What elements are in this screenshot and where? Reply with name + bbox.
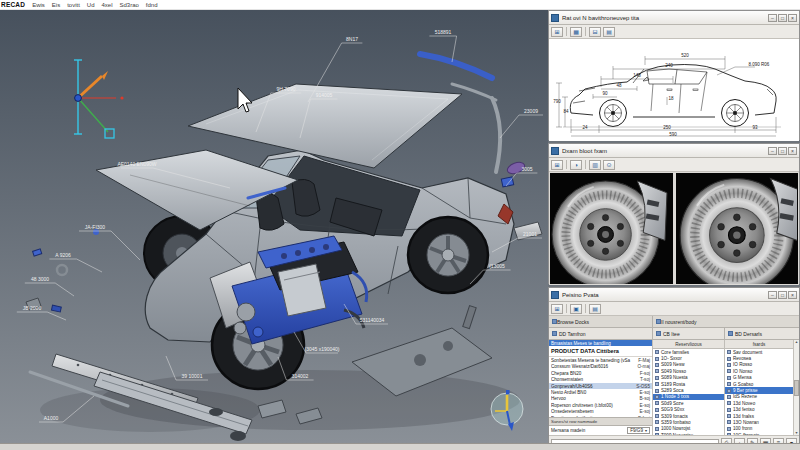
menu-items: EwisEistovittUd4xelSd3raofdnd [32,2,157,8]
tree-row-label: S359 fonbatso [661,420,691,425]
refresh-button[interactable]: ⊞ [551,304,563,314]
property-name: Roperson clrvitresen (t.bfot00) [551,403,637,408]
menu-item[interactable]: Ewis [32,2,45,8]
target-button[interactable]: ⊙ [603,160,615,170]
close-button[interactable]: × [788,147,797,155]
tree-rows: Core famsiles1O- SxxorS009 NeswS049 Noss… [653,349,724,435]
tree-row-label: G Soabso [733,382,753,387]
property-value: B-soj [640,396,650,401]
footer-field-select[interactable]: F9/G9 ▾ [627,427,650,434]
maximize-button[interactable]: □ [778,147,787,155]
column-header-elements[interactable]: BD Dersarls [725,328,799,339]
close-button[interactable]: × [788,14,797,22]
tree-row[interactable]: T009 Neserojse [653,432,724,435]
brake-disc-image-right[interactable] [676,173,799,284]
grid-button[interactable]: ▦ [570,27,582,37]
minimize-button[interactable]: – [768,291,777,299]
group-header-left[interactable]: Browse Docks [549,316,653,327]
menu-item[interactable]: Eis [52,2,60,8]
dimension-label: 24 [582,125,588,130]
brake-panel-toolbar: ⊞◑▥⊙ [549,158,799,172]
rotate-view-button[interactable]: ⊟ [589,27,601,37]
menu-item[interactable]: 4xel [101,2,112,8]
dimension-label: 250 [663,125,671,130]
property-name: Chonsemstaten [551,377,637,382]
menu-item[interactable]: tovitt [67,2,80,8]
tree-row-label: 13d fentso [733,407,754,412]
footer-field-value: F9/G9 [630,428,643,433]
scroll-up-icon[interactable]: ▲ [795,340,798,344]
grid-button[interactable]: ▥ [589,160,601,170]
layers-button[interactable]: ▤ [603,27,615,37]
svg-text:JB 2000: JB 2000 [23,305,42,311]
tree-row-label: S289 Soca [661,388,683,393]
row-count-note: Sanes/st row nammade [549,417,652,426]
elements-icon [728,331,733,336]
property-name: Gonpnevah/Ub40S6 [551,384,633,389]
property-name: Nesto Ardtel BN0 [551,390,637,395]
drawing-panel-titlebar[interactable]: Rat ovi N bavithroneuvep tita –□× [549,11,799,25]
property-name: Conssum Wesnatz/Dat6016 [551,364,634,369]
tree-row-label: 13d fnalss [733,414,754,419]
menu-item[interactable]: fdnd [146,2,158,8]
tree-row-label: 10G fhrosats [733,433,759,435]
toolbar-separator [566,160,567,169]
svg-text:8N17: 8N17 [346,36,358,42]
node-icon [655,389,659,393]
panel-icon [551,147,559,155]
property-name: Hervoo [551,396,637,401]
tree-row-label: 1000 Nowrojst [661,426,690,431]
filter-button[interactable]: ▣ [570,304,582,314]
tree-row-label: 1O- Sxxor [661,356,682,361]
3d-viewport[interactable]: 8N175188919H 709091400523009AE0140 EN090… [0,10,548,443]
maximize-button[interactable]: □ [778,14,787,22]
data-panel-title: Peisino Pvata [562,292,765,298]
brake-disc-left [552,181,667,284]
svg-text:48 3000: 48 3000 [31,276,49,282]
toolbar-separator [566,27,567,36]
data-panel-titlebar[interactable]: Peisino Pvata –□× [549,288,799,302]
scroll-down-icon[interactable]: ▼ [795,431,798,435]
fit-view-button[interactable]: ⊞ [551,160,563,170]
tree-row-label: IO Rosso [733,362,752,367]
fit-view-button[interactable]: ⊞ [551,27,563,37]
node-icon [727,414,731,418]
node-icon [727,420,731,424]
dimension-label: 790 [553,99,561,104]
minimize-button[interactable]: – [768,14,777,22]
vertical-scrollbar[interactable]: ▲ ▼ [793,340,799,435]
menu-item[interactable]: Sd3rao [120,2,139,8]
brake-disc-image-left[interactable] [550,173,673,284]
minimize-button[interactable]: – [768,147,777,155]
dimension-label: 84 [563,109,569,114]
node-icon [655,420,659,424]
tree-row[interactable]: 10G fhrosats [725,432,793,435]
column-header-row: DD Tamfron CB Itee BD Dersarls [549,328,799,340]
data-lists: Bmasistas Meses te bandling PRODUCT DATA… [549,340,799,435]
tree-row-label: IdS Rezene [733,394,757,399]
property-value: O-maj [637,364,650,369]
column-header-tree[interactable]: CB Itee [653,328,725,339]
menu-item[interactable]: Ud [87,2,95,8]
shade-button[interactable]: ◑ [570,160,582,170]
tree-row-label: 13O Nowran [733,420,759,425]
group-header-right[interactable]: Il nousrent/body [653,316,799,327]
node-icon [727,408,731,412]
maximize-button[interactable]: □ [778,291,787,299]
tree-row-label: S0d9 Soze [661,401,683,406]
svg-text:JA-FI300: JA-FI300 [85,224,106,230]
close-button[interactable]: × [788,291,797,299]
tree-rows: Sav documentRevoseaIO RossoIO NonsoG Men… [725,349,793,435]
dimension-label: 148 [633,73,641,78]
column-header-itemlist[interactable]: DD Tamfron [549,328,653,339]
options-button[interactable]: ▤ [589,304,601,314]
status-strip [0,443,800,450]
list-icon [552,331,557,336]
brake-panel-titlebar[interactable]: Dxam bloot fxam –□× [549,144,799,158]
scroll-thumb[interactable] [794,380,799,396]
rear-wheel[interactable] [408,217,488,293]
drawing-panel-toolbar: ⊞▦⊟▤ [549,25,799,39]
tree-subheader: Reservlioous [653,340,724,349]
svg-text:21001: 21001 [523,231,537,237]
drawing-canvas[interactable]: 5202401484890187908424250935908.090 R06 [549,39,799,141]
